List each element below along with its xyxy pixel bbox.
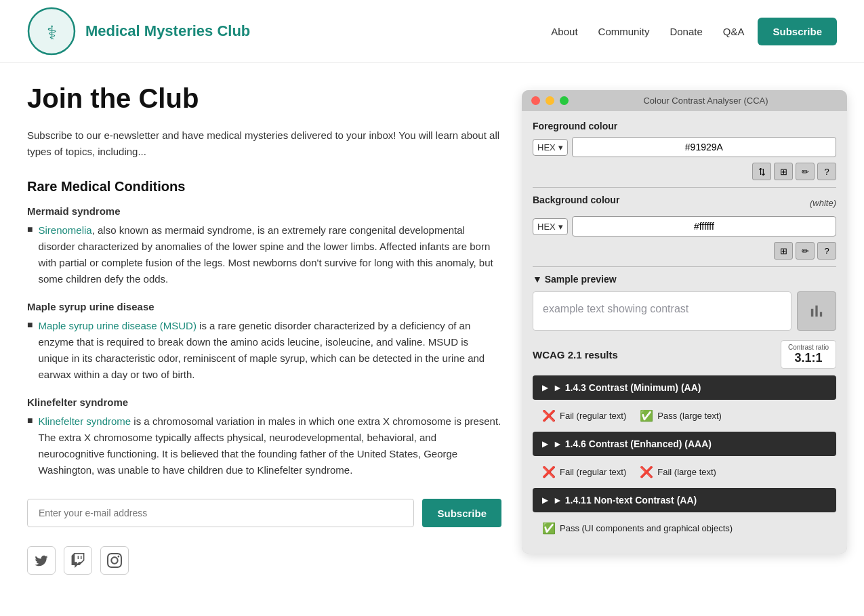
aa-pass-large-text: Pass (large text) <box>657 411 722 421</box>
subscribe-area: Subscribe <box>27 499 501 527</box>
contrast-ratio-box: Contrast ratio 3.1:1 <box>781 340 836 369</box>
window-close-btn[interactable] <box>531 96 540 105</box>
cca-title: Colour Contrast Analyser (CCA) <box>574 96 838 106</box>
aaa-fail-large-icon: ❌ <box>640 466 653 478</box>
nav-donate[interactable]: Donate <box>663 22 709 41</box>
wcag-item-aaa[interactable]: ▶ ► 1.4.6 Contrast (Enhanced) (AAA) <box>533 432 836 456</box>
aa-result-regular: ❌ Fail (regular text) <box>542 409 626 422</box>
wcag-item-nontext[interactable]: ▶ ► 1.4.11 Non-text Contrast (AA) <box>533 488 836 512</box>
intro-text: Subscribe to our e-newsletter and have m… <box>27 127 501 160</box>
condition-text-klinefelter: Klinefelter syndrome is a chromosomal va… <box>38 413 501 478</box>
sample-preview-content: example text showing contrast <box>533 291 836 331</box>
sirenomelia-link[interactable]: Sirenomelia <box>38 224 91 236</box>
aa-result-large: ✅ Pass (large text) <box>640 409 722 422</box>
klinefelter-link[interactable]: Klinefelter syndrome <box>38 415 131 427</box>
bullet-maple: ■ <box>27 319 33 330</box>
foreground-format-select[interactable]: HEX ▾ <box>533 139 568 156</box>
contrast-ratio-value: 3.1:1 <box>788 351 829 365</box>
email-input[interactable] <box>27 499 414 527</box>
wcag-item-aa[interactable]: ▶ ► 1.4.3 Contrast (Minimum) (AA) <box>533 375 836 400</box>
cca-panel: Colour Contrast Analyser (CCA) Foregroun… <box>522 90 847 554</box>
background-help-button[interactable]: ? <box>817 242 836 260</box>
condition-name-klinefelter: Klinefelter syndrome <box>27 396 501 408</box>
wcag-results-nontext: ✅ Pass (UI components and graphical obje… <box>533 516 836 540</box>
foreground-color-input[interactable] <box>572 137 836 157</box>
page-title: Join the Club <box>27 83 501 114</box>
swap-colors-button[interactable]: ⇅ <box>752 163 771 180</box>
wcag-header: WCAG 2.1 results Contrast ratio 3.1:1 <box>533 340 836 369</box>
bullet-klinefelter: ■ <box>27 415 33 426</box>
logo-area: ⚕ Medical Mysteries Club <box>27 7 250 56</box>
background-color-input[interactable] <box>572 216 836 237</box>
twitter-icon[interactable] <box>27 546 56 575</box>
social-icons <box>27 546 501 575</box>
foreground-label: Foreground colour <box>533 121 836 131</box>
header-subscribe-button[interactable]: Subscribe <box>758 18 837 45</box>
nav-qa[interactable]: Q&A <box>716 22 752 41</box>
foreground-help-button[interactable]: ? <box>817 163 836 180</box>
nontext-play-icon: ▶ <box>542 496 548 505</box>
twitch-icon[interactable] <box>64 546 92 575</box>
background-sliders-button[interactable]: ⊞ <box>774 242 793 260</box>
condition-maple: Maple syrup urine disease ■ Maple syrup … <box>27 301 501 383</box>
wcag-results-aa: ❌ Fail (regular text) ✅ Pass (large text… <box>533 404 836 428</box>
cca-panel-area: Colour Contrast Analyser (CCA) Foregroun… <box>522 83 847 575</box>
condition-text-maple: Maple syrup urine disease (MSUD) is a ra… <box>38 318 501 383</box>
aaa-fail-regular-text: Fail (regular text) <box>560 467 626 477</box>
background-color-row: HEX ▾ <box>533 216 836 237</box>
content-area: Join the Club Subscribe to our e-newslet… <box>27 83 501 575</box>
nontext-pass-icon: ✅ <box>542 522 556 535</box>
background-tool-buttons: ⊞ ✏ ? <box>533 242 836 260</box>
nontext-result: ✅ Pass (UI components and graphical obje… <box>542 522 733 535</box>
window-maximize-btn[interactable] <box>560 96 569 105</box>
wcag-results-aaa: ❌ Fail (regular text) ❌ Fail (large text… <box>533 460 836 484</box>
aaa-fail-large-text: Fail (large text) <box>657 467 716 477</box>
nav-about[interactable]: About <box>544 22 584 41</box>
contrast-ratio-label: Contrast ratio <box>788 344 829 351</box>
background-note: (white) <box>810 198 836 208</box>
nontext-label: ► 1.4.11 Non-text Contrast (AA) <box>553 495 697 506</box>
condition-text-mermaid: Sirenomelia, also known as mermaid syndr… <box>38 222 501 287</box>
foreground-eyedropper-button[interactable]: ✏ <box>796 163 815 180</box>
subscribe-button[interactable]: Subscribe <box>422 499 501 527</box>
nav-community[interactable]: Community <box>592 22 657 41</box>
site-title: Medical Mysteries Club <box>85 22 250 40</box>
foreground-tool-buttons: ⇅ ⊞ ✏ ? <box>533 163 836 180</box>
aaa-result-regular: ❌ Fail (regular text) <box>542 466 626 478</box>
wcag-title: WCAG 2.1 results <box>533 349 618 361</box>
window-minimize-btn[interactable] <box>546 96 554 105</box>
main-nav: About Community Donate Q&A Subscribe <box>544 18 837 45</box>
aa-fail-regular-icon: ❌ <box>542 409 556 422</box>
aa-play-icon: ▶ <box>542 384 548 392</box>
aa-label: ► 1.4.3 Contrast (Minimum) (AA) <box>553 382 701 393</box>
background-format-select[interactable]: HEX ▾ <box>533 218 568 235</box>
aaa-play-icon: ▶ <box>542 440 548 449</box>
aa-fail-regular-text: Fail (regular text) <box>560 411 626 421</box>
aaa-label: ► 1.4.6 Contrast (Enhanced) (AAA) <box>553 438 712 449</box>
background-label: Background colour <box>533 194 619 205</box>
background-header-row: Background colour (white) <box>533 194 836 211</box>
condition-name-maple: Maple syrup urine disease <box>27 301 501 312</box>
condition-mermaid: Mermaid syndrome ■ Sirenomelia, also kno… <box>27 205 501 287</box>
svg-text:⚕: ⚕ <box>47 22 57 43</box>
bullet-mermaid: ■ <box>27 224 33 234</box>
condition-name-mermaid: Mermaid syndrome <box>27 205 501 217</box>
foreground-sliders-button[interactable]: ⊞ <box>774 163 793 180</box>
cca-body: Foreground colour HEX ▾ ⇅ ⊞ ✏ ? <box>522 111 847 554</box>
nontext-pass-text: Pass (UI components and graphical object… <box>560 523 733 533</box>
sample-text-box: example text showing contrast <box>533 291 791 331</box>
aaa-fail-regular-icon: ❌ <box>542 466 556 478</box>
cca-titlebar: Colour Contrast Analyser (CCA) <box>522 90 847 111</box>
background-eyedropper-button[interactable]: ✏ <box>796 242 815 260</box>
sample-preview-header: ▼ Sample preview <box>533 274 836 285</box>
condition-klinefelter: Klinefelter syndrome ■ Klinefelter syndr… <box>27 396 501 478</box>
chart-icon-box[interactable] <box>797 291 836 331</box>
foreground-color-row: HEX ▾ <box>533 137 836 157</box>
rare-conditions-title: Rare Medical Conditions <box>27 179 501 194</box>
site-logo: ⚕ <box>27 7 76 56</box>
aa-pass-large-icon: ✅ <box>640 409 653 422</box>
instagram-icon[interactable] <box>100 546 129 575</box>
aaa-result-large: ❌ Fail (large text) <box>640 466 716 478</box>
msud-link[interactable]: Maple syrup urine disease (MSUD) <box>38 320 196 331</box>
